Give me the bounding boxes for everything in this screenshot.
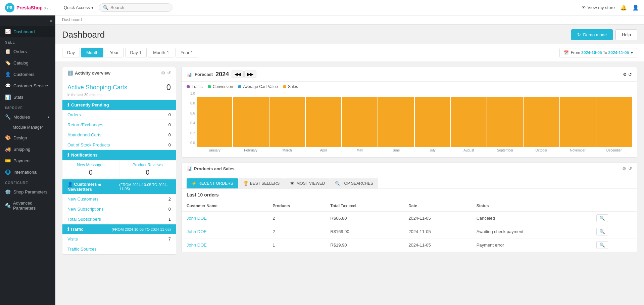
orders-count: 0 xyxy=(168,112,171,117)
sidebar-item-advanced-parameters[interactable]: 🔩 Advanced Parameters xyxy=(0,198,55,214)
traffic-sources-link[interactable]: Traffic Sources xyxy=(67,247,97,252)
total-subscribers-link[interactable]: Total Subscribers xyxy=(67,217,101,222)
bar-group-december: December xyxy=(596,97,632,152)
stock-link[interactable]: Out of Stock Products xyxy=(67,142,110,147)
left-column: ℹ️ Activity overview ⚙ ↺ Active Shopping… xyxy=(62,67,176,260)
filter-tab-month[interactable]: Month xyxy=(81,48,103,57)
tab-most-viewed[interactable]: 👁️ MOST VIEWED xyxy=(285,178,330,188)
col-action xyxy=(591,201,637,211)
sidebar-item-orders[interactable]: 📋 Orders xyxy=(0,46,55,57)
sidebar-item-customer-service[interactable]: 💬 Customer Service xyxy=(0,80,55,91)
filter-tab-year[interactable]: Year xyxy=(105,48,123,57)
new-messages-link[interactable]: New Messages xyxy=(67,163,114,167)
bell-icon[interactable]: 🔔 xyxy=(620,4,627,11)
product-reviews-link[interactable]: Product Reviews xyxy=(125,163,171,167)
order-total: R$19.90 xyxy=(325,238,403,252)
date-range-picker[interactable]: 📅 From 2024-10-05 To 2024-11-05 ▾ xyxy=(559,48,637,57)
new-customers-link[interactable]: New Customers xyxy=(67,197,98,202)
sidebar-item-label: Design xyxy=(13,135,27,140)
user-icon[interactable]: 👤 xyxy=(632,4,639,11)
new-customers-row: New Customers 2 xyxy=(62,194,176,204)
bar-group-april: April xyxy=(306,97,341,152)
order-status: Awaiting check payment xyxy=(472,225,591,238)
order-view-button[interactable]: 🔍 xyxy=(596,228,608,235)
sidebar-item-shop-parameters[interactable]: ⚙️ Shop Parameters xyxy=(0,186,55,198)
nav-right: 👁 View my store 🔔 👤 xyxy=(582,4,639,11)
sidebar-item-label: International xyxy=(13,170,38,175)
chart-icon: 📊 xyxy=(187,72,192,77)
logo-text: PrestaShop 8.2.0 xyxy=(16,5,51,10)
traffic-bar: ℹ Traffic (FROM 2024-10-05 TO 2024-11-05… xyxy=(62,224,176,234)
sidebar-item-customers[interactable]: 👤 Customers xyxy=(0,69,55,80)
bar-group-february: February xyxy=(233,97,268,152)
sidebar-item-stats[interactable]: 📊 Stats xyxy=(0,91,55,103)
help-button[interactable]: Help xyxy=(615,29,637,40)
next-year-button[interactable]: ▶▶ xyxy=(244,71,256,78)
products-tabs: ⚡ RECENT ORDERS 🏆 BEST SELLERS 👁️ MOST V… xyxy=(182,175,637,189)
legend-conversion[interactable]: Conversion xyxy=(208,84,233,89)
carts-link[interactable]: Abandoned Carts xyxy=(67,132,101,137)
traffic-icon-bar: ℹ Traffic xyxy=(67,227,84,232)
legend-traffic[interactable]: Traffic xyxy=(187,84,203,89)
settings-icon[interactable]: ⚙ xyxy=(161,71,165,76)
notifications-row: New Messages 0 Product Reviews 0 xyxy=(62,160,176,179)
orders-link[interactable]: Orders xyxy=(67,112,81,117)
col-products: Products xyxy=(267,201,325,211)
order-view-button[interactable]: 🔍 xyxy=(596,214,608,222)
sidebar-item-shipping[interactable]: 🚚 Shipping xyxy=(0,143,55,155)
visits-link[interactable]: Visits xyxy=(67,236,78,242)
search-input[interactable] xyxy=(110,5,168,10)
sidebar-item-label: Shop Parameters xyxy=(13,189,47,194)
sidebar-toggle[interactable]: « xyxy=(0,15,55,26)
table-row: John DOE 2 R$169.90 2024-11-05 Awaiting … xyxy=(182,225,637,238)
returns-link[interactable]: Return/Exchanges xyxy=(67,122,103,127)
customer-link[interactable]: John DOE xyxy=(187,229,207,234)
sidebar-item-design[interactable]: 🎨 Design xyxy=(0,132,55,143)
new-messages-count: 0 xyxy=(67,169,114,176)
refresh-icon[interactable]: ↺ xyxy=(167,71,171,76)
products-sales-header: 📊 Products and Sales ⚙ ↺ xyxy=(182,163,637,175)
search-tab-icon: 🔍 xyxy=(335,181,340,186)
order-view-button[interactable]: 🔍 xyxy=(596,241,608,249)
legend-avg-cart[interactable]: Average Cart Value xyxy=(238,84,278,89)
shipping-icon: 🚚 xyxy=(5,146,11,152)
customer-link[interactable]: John DOE xyxy=(187,216,207,221)
bar-february xyxy=(233,97,268,147)
filter-tab-day-1[interactable]: Day-1 xyxy=(125,48,147,57)
tab-best-sellers[interactable]: 🏆 BEST SELLERS xyxy=(238,178,285,188)
sidebar-item-label: Modules xyxy=(13,115,30,120)
sidebar-item-dashboard[interactable]: 📈 Dashboard xyxy=(0,26,55,37)
bar-label-october: October xyxy=(536,148,548,152)
filter-tab-year-1[interactable]: Year-1 xyxy=(176,48,198,57)
legend-sales[interactable]: Sales xyxy=(283,84,298,89)
sidebar-item-catalog[interactable]: 🏷️ Catalog xyxy=(0,57,55,69)
bar-label-march: March xyxy=(283,148,292,152)
sidebar-item-label: Customers xyxy=(13,72,35,77)
order-date: 2024-11-05 xyxy=(403,211,472,225)
products-settings-icon[interactable]: ⚙ xyxy=(622,166,626,171)
demo-mode-button[interactable]: ↻ Demo mode xyxy=(571,29,613,40)
bar-label-january: January xyxy=(208,148,220,152)
prev-year-button[interactable]: ◀◀ xyxy=(232,71,244,78)
view-store-link[interactable]: 👁 View my store xyxy=(582,5,615,10)
year-navigation: ◀◀ ▶▶ xyxy=(232,71,256,78)
customer-link[interactable]: John DOE xyxy=(187,243,207,248)
sidebar-item-payment[interactable]: 💳 Payment xyxy=(0,155,55,166)
filter-tab-day[interactable]: Day xyxy=(62,48,80,57)
filter-tab-month-1[interactable]: Month-1 xyxy=(148,48,174,57)
forecast-refresh-icon[interactable]: ↺ xyxy=(628,72,632,77)
tab-recent-orders[interactable]: ⚡ RECENT ORDERS xyxy=(187,178,238,188)
avg-cart-dot xyxy=(238,85,241,88)
sidebar-item-modules[interactable]: 🔧 Modules ▲ xyxy=(0,111,55,123)
bar-group-january: January xyxy=(197,97,232,152)
forecast-settings-icon[interactable]: ⚙ xyxy=(623,72,627,77)
search-box[interactable]: 🔍 xyxy=(99,3,172,12)
table-row: John DOE 2 R$66.80 2024-11-05 Canceled 🔍 xyxy=(182,211,637,225)
sidebar-item-international[interactable]: 🌐 International xyxy=(0,166,55,178)
new-subscriptions-link[interactable]: New Subscriptions xyxy=(67,207,104,212)
tab-top-searches[interactable]: 🔍 TOP SEARCHES xyxy=(330,178,378,188)
products-refresh-icon[interactable]: ↺ xyxy=(628,166,632,171)
trophy-icon: 🏆 xyxy=(243,181,248,186)
quick-access-button[interactable]: Quick Access ▾ xyxy=(64,5,94,10)
sidebar-item-module-manager[interactable]: Module Manager xyxy=(0,123,55,132)
